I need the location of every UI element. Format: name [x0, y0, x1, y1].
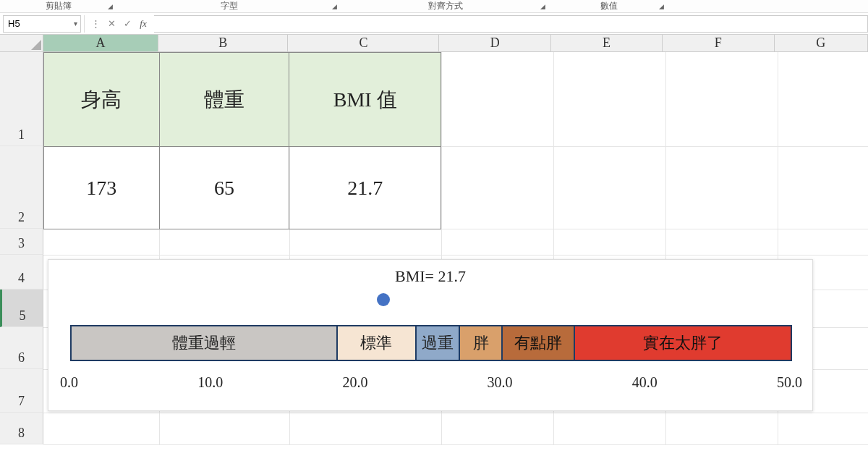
col-header-F[interactable]: F — [663, 35, 774, 51]
name-box[interactable]: H5 ▾ — [3, 15, 81, 33]
col-header-A[interactable]: A — [43, 35, 158, 51]
fx-icon[interactable]: fx — [137, 18, 150, 30]
bmi-data-table[interactable]: 身高體重BMI 值1736521.7 — [43, 52, 441, 229]
table-value-cell[interactable]: 65 — [159, 147, 289, 229]
ribbon-group-label: 字型 — [221, 0, 238, 12]
bmi-segment: 過重 — [417, 326, 460, 360]
ribbon-group-label: 對齊方式 — [428, 0, 463, 12]
cancel-icon[interactable]: ✕ — [105, 18, 118, 29]
ribbon-group-alignment: 對齊方式 ◢ — [341, 0, 550, 12]
bmi-chart[interactable]: BMI= 21.7體重過輕標準過重胖有點胖實在太胖了0.010.020.030.… — [48, 259, 813, 411]
col-header-E[interactable]: E — [551, 35, 663, 51]
sheet-body[interactable]: 12345678身高體重BMI 值1736521.7BMI= 21.7體重過輕標… — [0, 52, 868, 444]
col-header-C[interactable]: C — [288, 35, 439, 51]
bmi-marker-dot — [377, 293, 390, 306]
dialog-launcher-icon[interactable]: ◢ — [538, 2, 547, 11]
table-header-cell[interactable]: 體重 — [159, 53, 289, 147]
row-header-1[interactable]: 1 — [0, 52, 43, 146]
chevron-down-icon[interactable]: ▾ — [74, 20, 77, 28]
axis-tick-label: 10.0 — [197, 374, 223, 391]
axis-tick-label: 20.0 — [342, 374, 367, 391]
axis-tick-label: 50.0 — [777, 374, 802, 391]
axis-tick-label: 0.0 — [60, 374, 78, 391]
dialog-launcher-icon[interactable]: ◢ — [657, 2, 665, 11]
dialog-launcher-icon[interactable]: ◢ — [330, 2, 339, 11]
ribbon-group-labels: 剪貼簿 ◢ 字型 ◢ 對齊方式 ◢ 數值 ◢ — [0, 0, 868, 13]
bmi-segment: 實在太胖了 — [575, 326, 791, 360]
confirm-icon[interactable]: ✓ — [121, 18, 134, 29]
bmi-segment: 標準 — [338, 326, 417, 360]
formula-bar-buttons: ⋮ ✕ ✓ fx — [84, 15, 154, 33]
worksheet-grid[interactable]: A B C D E F G 12345678身高體重BMI 值1736521.7… — [0, 35, 868, 456]
formula-bar: H5 ▾ ⋮ ✕ ✓ fx — [0, 13, 868, 35]
bmi-range-bar: 體重過輕標準過重胖有點胖實在太胖了 — [70, 325, 792, 361]
chart-title: BMI= 21.7 — [48, 260, 812, 286]
col-header-D[interactable]: D — [439, 35, 550, 51]
row-header-4[interactable]: 4 — [0, 255, 43, 290]
table-value-cell[interactable]: 173 — [44, 147, 160, 229]
ribbon-group-font: 字型 ◢ — [117, 0, 341, 12]
ribbon-group-label: 剪貼簿 — [46, 0, 72, 12]
row-header-6[interactable]: 6 — [0, 327, 43, 369]
ribbon-group-clipboard: 剪貼簿 ◢ — [0, 0, 117, 12]
table-header-cell[interactable]: BMI 值 — [289, 53, 441, 147]
dialog-launcher-icon[interactable]: ◢ — [106, 2, 114, 11]
col-header-B[interactable]: B — [158, 35, 288, 51]
ribbon-group-label: 數值 — [600, 0, 618, 12]
formula-input[interactable] — [154, 15, 868, 33]
col-header-G[interactable]: G — [775, 35, 868, 51]
row-header-7[interactable]: 7 — [0, 369, 43, 413]
table-header-cell[interactable]: 身高 — [44, 53, 160, 147]
chart-axis: 0.010.020.030.040.050.0 — [60, 374, 802, 391]
axis-tick-label: 30.0 — [488, 374, 513, 391]
more-icon[interactable]: ⋮ — [89, 18, 102, 29]
column-header-row: A B C D E F G — [0, 35, 868, 52]
row-header-8[interactable]: 8 — [0, 413, 43, 444]
axis-tick-label: 40.0 — [632, 374, 658, 391]
table-value-cell[interactable]: 21.7 — [289, 147, 441, 229]
name-box-value: H5 — [8, 18, 20, 29]
row-header-5[interactable]: 5 — [0, 290, 43, 327]
bmi-segment: 體重過輕 — [72, 326, 338, 360]
row-header-3[interactable]: 3 — [0, 229, 43, 255]
select-all-corner[interactable] — [0, 35, 43, 51]
row-header-2[interactable]: 2 — [0, 146, 43, 229]
bmi-segment: 胖 — [460, 326, 503, 360]
ribbon-group-number: 數值 ◢ — [550, 0, 668, 12]
bmi-segment: 有點胖 — [503, 326, 574, 360]
